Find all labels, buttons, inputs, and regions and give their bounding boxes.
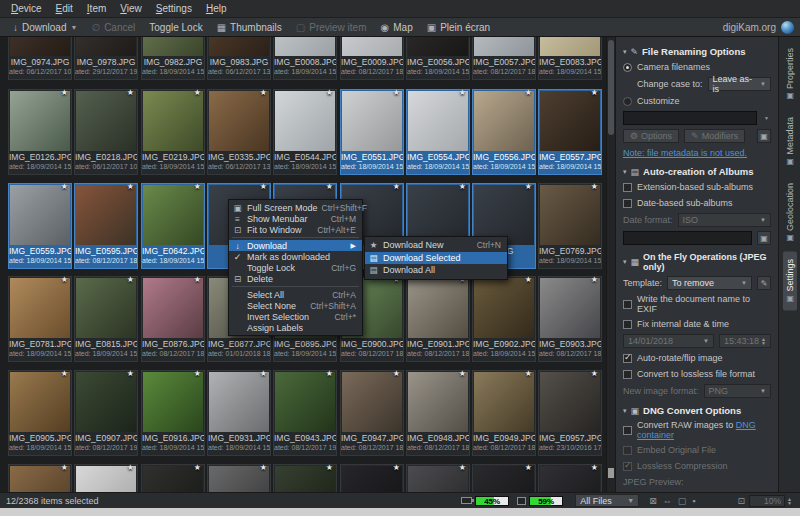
zoom-fit-icon[interactable]: ⊠ (649, 496, 657, 506)
menu-settings[interactable]: Settings (149, 1, 199, 16)
menu-device[interactable]: Device (4, 1, 49, 16)
metadata-note-link[interactable]: Note: file metadata is not used. (623, 148, 747, 158)
thumbnail-item[interactable]: ★IMG_0983.JPGated: 06/12/2017 13 (207, 37, 271, 80)
zoom-spinner-icon[interactable]: ▲▼ (785, 497, 794, 505)
thumbnail-image[interactable] (474, 372, 534, 432)
camera-filenames-radio-row[interactable]: Camera filenames (623, 61, 771, 73)
thumbnail-image[interactable] (143, 278, 203, 338)
thumbnail-item[interactable]: ★ (538, 464, 602, 492)
thumbnail-image[interactable] (408, 372, 468, 432)
thumbnail-item[interactable]: ★ (141, 464, 205, 492)
lossless-convert-row[interactable]: Convert to lossless file format (623, 368, 771, 380)
thumbnail-image[interactable] (76, 91, 136, 151)
thumbnail-image[interactable] (76, 372, 136, 432)
convert-raw-row[interactable]: Convert RAW images to DNG container (623, 420, 771, 440)
thumbnail-image[interactable] (209, 372, 269, 432)
thumbnail-large-icon[interactable]: ▪ (692, 496, 695, 506)
thumbnail-image[interactable] (275, 37, 335, 56)
checkbox-icon[interactable] (623, 199, 632, 208)
thumbnail-image[interactable] (10, 372, 70, 432)
thumbnail-item[interactable]: ★ (207, 464, 271, 492)
thumbnail-item[interactable]: ★IMG_E0907.JPGated: 08/12/2017 19 (74, 370, 138, 456)
zoom-level-box[interactable]: 10% (749, 495, 785, 507)
menu-item-invert-selection[interactable]: Invert SelectionCtrl+* (229, 311, 362, 322)
thumbnail-image[interactable] (474, 37, 534, 56)
thumbnail-image[interactable] (408, 37, 468, 56)
thumbnail-item[interactable]: ★IMG_E0218.JPGated: 06/12/2017 10 (74, 89, 138, 175)
checkbox-disabled-icon[interactable] (623, 446, 632, 455)
menu-item-full-screen-mode[interactable]: ▣Full Screen ModeCtrl+Shift+F (229, 202, 362, 213)
thumbnail-item[interactable]: ★IMG_E0815.JPGated: 18/09/2014 15 (74, 276, 138, 362)
menu-item[interactable]: Item (80, 1, 113, 16)
toggle-lock-button[interactable]: Toggle Lock (142, 21, 209, 34)
checkbox-icon[interactable] (623, 370, 632, 379)
thumbnail-item[interactable]: ★IMG_E0559.JPGated: 18/09/2014 15 (8, 183, 72, 269)
thumbnail-item[interactable]: ★IMG_E0126.JPGated: 18/09/2014 15 (8, 89, 72, 175)
thumbnail-image[interactable] (540, 185, 600, 245)
menu-item-fit-to-window[interactable]: ⊡Fit to WindowCtrl+Alt+E (229, 224, 362, 235)
thumbnail-item[interactable]: ★IMG_E0551.JPGated: 18/09/2014 15 (340, 89, 404, 175)
zoom-100-icon[interactable]: ⇔ (663, 496, 672, 506)
thumbnail-image[interactable] (540, 37, 600, 56)
checkbox-icon[interactable] (623, 183, 632, 192)
thumbnail-item[interactable]: ★IMG_E0781.JPGated: 18/09/2014 15 (8, 276, 72, 362)
checkbox-icon[interactable] (623, 300, 632, 309)
thumbnail-image[interactable] (76, 37, 136, 56)
rename-pattern-input[interactable] (623, 111, 757, 125)
thumbnail-item[interactable]: ★ (340, 464, 404, 492)
auto-rotate-row[interactable]: Auto-rotate/flip image (623, 352, 771, 364)
fullscreen-button[interactable]: ▣Plein écran (420, 21, 497, 34)
side-tab-settings[interactable]: ▣Settings (783, 252, 797, 311)
file-filter-select[interactable]: All Files ▼ (575, 494, 639, 507)
thumbnail-item[interactable]: ★IMG_E0957.JPGated: 23/10/2016 17 (538, 370, 602, 456)
thumbnail-small-icon[interactable]: ▢ (678, 496, 687, 506)
thumbnail-image[interactable] (143, 185, 203, 245)
thumbnail-image[interactable] (408, 91, 468, 151)
menu-item-mark-as-downloaded[interactable]: ✓Mark as downloaded (229, 251, 362, 262)
menu-item-show-menubar[interactable]: ≡Show MenubarCtrl+M (229, 213, 362, 224)
thumbnail-item[interactable]: ★IMG_0982.JPGated: 18/09/2014 15 (141, 37, 205, 80)
thumbnail-item[interactable]: ★IMG_E0947.JPGated: 08/12/2017 18 (340, 370, 404, 456)
date-subalbums-row[interactable]: Date-based sub-albums (623, 197, 771, 209)
thumbnail-image[interactable] (10, 185, 70, 245)
thumbnail-item[interactable]: ★IMG_E0335.JPGated: 06/12/2017 13 (207, 89, 271, 175)
thumbnail-image[interactable] (143, 91, 203, 151)
thumbnail-image[interactable] (540, 91, 600, 151)
thumbnail-image[interactable] (540, 278, 600, 338)
edit-template-button[interactable]: ✎ (757, 276, 771, 290)
menu-help[interactable]: Help (199, 1, 234, 16)
radio-off-icon[interactable] (623, 97, 632, 106)
thumbnail-item[interactable]: ★IMG_E0943.JPGated: 08/12/2017 19 (273, 370, 337, 456)
thumbnail-item[interactable]: ★IMG_E0554.JPGated: 18/09/2014 15 (406, 89, 470, 175)
thumbnail-item[interactable]: ★IMG_E0642.JPGated: 18/09/2014 15 (141, 183, 205, 269)
thumbnail-image[interactable] (10, 278, 70, 338)
preview-rename-button[interactable]: ▣ (757, 129, 771, 143)
thumbnails-button[interactable]: ▦Thumbnails (210, 21, 289, 34)
menu-view[interactable]: View (113, 1, 149, 16)
thumbnail-item[interactable]: ★ (8, 464, 72, 492)
thumbnail-image[interactable] (10, 37, 70, 56)
thumbnail-item[interactable]: ★IMG_E0876.JPGated: 08/12/2017 18 (141, 276, 205, 362)
menu-item-toggle-lock[interactable]: Toggle LockCtrl+G (229, 262, 362, 273)
thumbnail-item[interactable]: ★IMG_0974.JPGated: 06/12/2017 10 (8, 37, 72, 80)
menu-item-assign-labels[interactable]: Assign Labels (229, 322, 362, 333)
time-spinner[interactable]: 15:43:18 ▲▼ (719, 334, 771, 348)
thumbnail-item[interactable]: ★IMG_E0009.JPGated: 08/12/2017 18 (340, 37, 404, 80)
chevron-down-icon[interactable]: ▼ (762, 116, 771, 120)
menu-edit[interactable]: Edit (49, 1, 80, 16)
grid-scrollbar-thumb[interactable] (608, 40, 614, 135)
thumbnail-item[interactable]: ★ (74, 464, 138, 492)
thumbnail-image[interactable] (342, 372, 402, 432)
date-format-select[interactable]: ISO ▼ (678, 213, 771, 227)
thumbnail-item[interactable]: ★IMG_0978.JPGated: 29/12/2017 19 (74, 37, 138, 80)
thumbnail-image[interactable] (474, 91, 534, 151)
checkbox-checked-disabled-icon[interactable] (623, 462, 632, 471)
thumbnail-item[interactable]: ★IMG_E0083.JPGated: 18/09/2014 15 (538, 37, 602, 80)
menu-item-select-all[interactable]: Select AllCtrl+A (229, 289, 362, 300)
thumbnail-item[interactable]: ★IMG_E0949.JPGated: 08/12/2017 18 (472, 370, 536, 456)
fix-datetime-row[interactable]: Fix internal date & time (623, 318, 771, 330)
thumbnail-item[interactable]: ★IMG_E0901.JPGated: 08/12/2017 18 (406, 276, 470, 362)
thumbnail-item[interactable]: ★IMG_E0057.JPGated: 08/12/2017 18 (472, 37, 536, 80)
thumbnail-item[interactable]: ★IMG_E0903.JPGated: 08/12/2017 18 (538, 276, 602, 362)
thumbnail-item[interactable]: ★IMG_E0769.JPGated: 18/09/2014 15 (538, 183, 602, 269)
